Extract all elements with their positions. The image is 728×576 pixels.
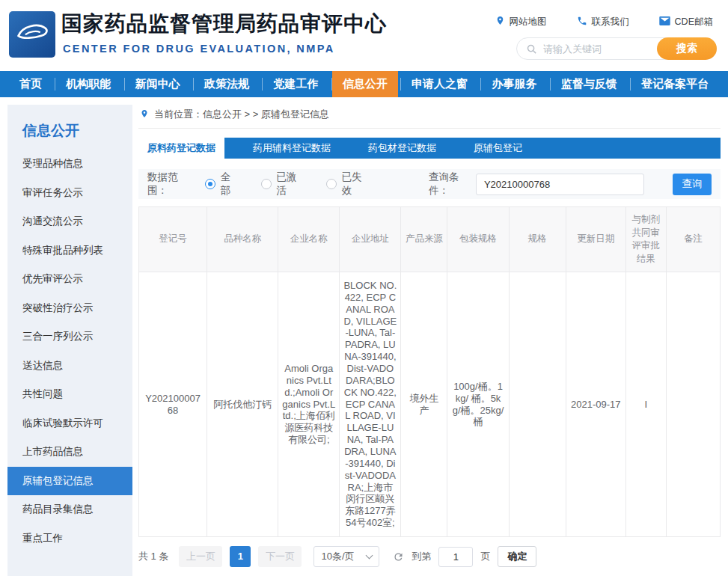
sidebar-item-three-in-one-sequence-publicity[interactable]: 三合一序列公示 xyxy=(7,322,132,352)
cell-company-address: BLOCK NO.422, ECP CANAL ROAD, VILLAGE-LU… xyxy=(340,272,401,537)
tab-packaging-registration-data[interactable]: 药包材登记数据 xyxy=(359,138,445,159)
main-nav: 首页 机构职能 新闻中心 政策法规 党建工作 信息公开 申请人之窗 办事服务 监… xyxy=(0,71,728,97)
radio-selected-icon xyxy=(205,179,215,189)
sidebar-item-common-issues[interactable]: 共性问题 xyxy=(7,380,132,409)
sidebar-item-drug-catalog-info[interactable]: 药品目录集信息 xyxy=(7,495,132,524)
search-icon xyxy=(526,43,537,55)
cell-package-spec: 100g/桶。1kg/ 桶。5kg/桶。25kg/桶 xyxy=(447,272,509,537)
prev-page-button[interactable]: 上一页 xyxy=(179,546,222,567)
nav-item-policy[interactable]: 政策法规 xyxy=(194,71,260,97)
breadcrumb: 当前位置：信息公开 > > 原辅包登记信息 xyxy=(138,105,721,129)
refresh-icon[interactable] xyxy=(393,551,404,563)
radio-label-activated: 已激活 xyxy=(277,171,304,197)
goto-confirm-button[interactable]: 确定 xyxy=(498,546,536,567)
header-company-name: 企业名称 xyxy=(278,207,340,272)
contact-label: 联系我们 xyxy=(592,16,629,28)
sidebar-item-review-task-publicity[interactable]: 审评任务公示 xyxy=(7,179,132,208)
header-spec: 规格 xyxy=(509,207,566,272)
nav-item-applicant-window[interactable]: 申请人之窗 xyxy=(401,71,478,97)
sidebar-item-breakthrough-therapy-publicity[interactable]: 突破性治疗公示 xyxy=(7,294,132,323)
sidebar-item-delivery-info[interactable]: 送达信息 xyxy=(7,352,132,381)
scope-label: 数据范围： xyxy=(147,171,195,197)
sidebar-item-communication-publicity[interactable]: 沟通交流公示 xyxy=(7,207,132,236)
query-button[interactable]: 查询 xyxy=(673,174,712,195)
nav-item-organization[interactable]: 机构职能 xyxy=(55,71,121,97)
radio-label-all: 全部 xyxy=(221,171,239,197)
query-label: 查询条件： xyxy=(429,171,476,197)
cell-product-source: 境外生产 xyxy=(401,272,447,537)
sitemap-link[interactable]: 网站地图 xyxy=(495,15,547,28)
nav-item-info-disclosure[interactable]: 信息公开 xyxy=(332,71,398,97)
radio-option-all[interactable]: 全部 xyxy=(205,171,239,197)
header-company-address: 企业地址 xyxy=(340,207,401,272)
sidebar-item-special-approval-list[interactable]: 特殊审批品种列表 xyxy=(7,236,132,266)
sidebar-item-accepted-variety-info[interactable]: 受理品种信息 xyxy=(7,150,132,179)
cell-update-date: 2021-09-17 xyxy=(566,272,625,537)
cde-mail-label: CDE邮箱 xyxy=(675,16,713,28)
pagination: 共 1 条 上一页 1 下一页 10条/页 到第 页 确定 xyxy=(138,546,721,567)
filter-bar: 数据范围： 全部 已激活 已失效 查询条件： 查询 xyxy=(138,169,721,199)
chevron-down-icon xyxy=(366,552,373,560)
registration-data-table: 登记号 品种名称 企业名称 企业地址 产品来源 包装规格 规格 更新日期 与制剂… xyxy=(138,206,721,537)
cell-spec xyxy=(509,272,566,537)
sidebar-item-key-work[interactable]: 重点工作 xyxy=(7,524,132,554)
nav-item-services[interactable]: 办事服务 xyxy=(481,71,547,97)
radio-option-expired[interactable]: 已失效 xyxy=(326,171,369,197)
site-search-bar: 搜索 xyxy=(516,37,717,60)
header-joint-review-result: 与制剂共同审评审批结果 xyxy=(625,207,666,272)
sidebar: 信息公开 受理品种信息 审评任务公示 沟通交流公示 特殊审批品种列表 优先审评公… xyxy=(7,105,132,576)
table-header-row: 登记号 品种名称 企业名称 企业地址 产品来源 包装规格 规格 更新日期 与制剂… xyxy=(139,207,721,272)
next-page-button[interactable]: 下一页 xyxy=(258,546,302,567)
sidebar-item-priority-review-publicity[interactable]: 优先审评公示 xyxy=(7,265,132,294)
nav-item-supervision-feedback[interactable]: 监督与反馈 xyxy=(551,71,628,97)
breadcrumb-text: 当前位置：信息公开 > > 原辅包登记信息 xyxy=(154,108,329,121)
nav-item-home[interactable]: 首页 xyxy=(9,71,52,97)
data-tabs: 原料药登记数据 药用辅料登记数据 药包材登记数据 原辅包登记 xyxy=(138,138,721,159)
nav-item-party-building[interactable]: 党建工作 xyxy=(263,71,328,97)
sitemap-label: 网站地图 xyxy=(510,16,547,28)
search-button[interactable]: 搜索 xyxy=(657,37,717,60)
header-product-source: 产品来源 xyxy=(401,207,447,272)
cell-company-name: Amoli Organics Pvt.Ltd.;Amoli Organics P… xyxy=(278,272,340,537)
query-input[interactable] xyxy=(476,174,644,195)
sidebar-item-clinical-trial-implied-license[interactable]: 临床试验默示许可 xyxy=(7,409,132,438)
table-row: Y20210000768 阿托伐他汀钙 Amoli Organics Pvt.L… xyxy=(139,272,721,537)
header-quick-links: 网站地图 联系我们 CDE邮箱 xyxy=(495,15,713,28)
tab-api-registration-data[interactable]: 原料药登记数据 xyxy=(138,138,224,159)
header-package-spec: 包装规格 xyxy=(447,207,509,272)
nav-item-news[interactable]: 新闻中心 xyxy=(125,71,191,97)
contact-link[interactable]: 联系我们 xyxy=(577,16,629,28)
radio-unselected-icon xyxy=(261,179,272,189)
site-header: 国家药品监督管理局药品审评中心 CENTER FOR DRUG EVALUATI… xyxy=(0,0,728,71)
goto-label: 到第 xyxy=(412,550,431,563)
radio-label-expired: 已失效 xyxy=(342,171,369,197)
cde-logo xyxy=(9,11,55,58)
cell-remark xyxy=(666,272,720,537)
page-size-select[interactable]: 10条/页 xyxy=(313,546,379,567)
phone-icon xyxy=(577,16,587,28)
cde-mail-link[interactable]: CDE邮箱 xyxy=(659,16,713,28)
tab-excipient-registration-data[interactable]: 药用辅料登记数据 xyxy=(244,138,340,159)
nav-item-registration-platform[interactable]: 登记备案平台 xyxy=(631,71,719,97)
header-remark: 备注 xyxy=(666,207,720,272)
cde-logo-icon xyxy=(15,18,49,51)
cell-joint-review-result: I xyxy=(625,272,666,537)
main-content: 当前位置：信息公开 > > 原辅包登记信息 原料药登记数据 药用辅料登记数据 药… xyxy=(138,105,721,576)
radio-unselected-icon xyxy=(326,179,337,189)
tab-raw-aux-pack-registration[interactable]: 原辅包登记 xyxy=(465,138,531,159)
page-number-1[interactable]: 1 xyxy=(230,546,251,567)
map-pin-icon xyxy=(495,15,505,28)
sidebar-item-marketed-drug-info[interactable]: 上市药品信息 xyxy=(7,438,132,467)
search-input[interactable] xyxy=(537,43,657,55)
sidebar-title: 信息公开 xyxy=(7,105,132,150)
breadcrumb-pin-icon xyxy=(140,108,149,121)
radio-option-activated[interactable]: 已激活 xyxy=(261,171,304,197)
pagination-total: 共 1 条 xyxy=(138,550,168,563)
sidebar-item-raw-aux-pack-registration-info[interactable]: 原辅包登记信息 xyxy=(7,467,132,496)
goto-unit: 页 xyxy=(480,550,490,563)
site-subtitle: CENTER FOR DRUG EVALUATION, NMPA xyxy=(63,43,335,55)
goto-page-input[interactable] xyxy=(438,547,473,567)
cell-registration-no: Y20210000768 xyxy=(139,272,207,537)
cell-product-name: 阿托伐他汀钙 xyxy=(207,272,278,537)
header-registration-no: 登记号 xyxy=(139,207,207,272)
